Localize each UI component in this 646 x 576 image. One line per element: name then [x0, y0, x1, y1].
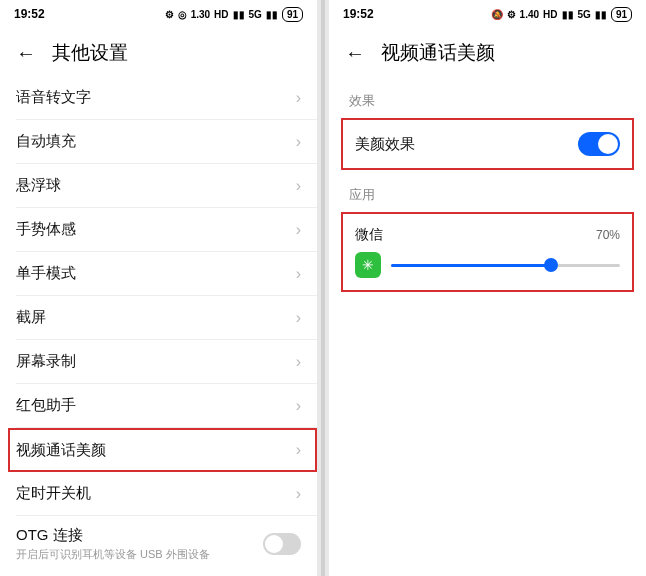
item-video-beauty[interactable]: 视频通话美颜 ›: [8, 428, 317, 472]
item-label: 手势体感: [16, 220, 76, 239]
effect-label: 美颜效果: [355, 135, 415, 154]
item-floating-ball[interactable]: 悬浮球 ›: [16, 164, 317, 208]
item-red-packet[interactable]: 红包助手 ›: [16, 384, 317, 428]
chevron-right-icon: ›: [296, 133, 301, 151]
right-screen: 19:52 🔕 ⚙ 1.40 HD ▮▮ 5G ▮▮ 91 ← 视频通话美颜 效…: [329, 0, 646, 576]
chevron-right-icon: ›: [296, 177, 301, 195]
signal-icon-2: ▮▮: [595, 9, 607, 20]
battery-indicator: 91: [611, 7, 632, 22]
network-type: 5G: [578, 9, 591, 20]
item-label: 自动填充: [16, 132, 76, 151]
beauty-effect-row[interactable]: 美颜效果: [355, 132, 620, 156]
chevron-right-icon: ›: [296, 221, 301, 239]
page-title: 视频通话美颜: [381, 40, 495, 66]
item-autofill[interactable]: 自动填充 ›: [16, 120, 317, 164]
header: ← 其他设置: [0, 28, 317, 76]
item-label: 单手模式: [16, 264, 76, 283]
item-label: 悬浮球: [16, 176, 61, 195]
net-speed: 1.30: [191, 9, 210, 20]
app-row-header: 微信 70%: [355, 226, 620, 244]
status-bar: 19:52 ⚙ ◎ 1.30 HD ▮▮ 5G ▮▮ 91: [0, 0, 317, 28]
otg-subtitle: 开启后可识别耳机等设备 USB 外围设备: [16, 545, 210, 562]
bluetooth-icon: ⚙: [165, 9, 174, 20]
item-label: 定时开关机: [16, 484, 91, 503]
back-button[interactable]: ←: [16, 42, 36, 65]
hd-icon: HD: [214, 9, 228, 20]
status-time: 19:52: [343, 7, 374, 21]
item-label: 屏幕录制: [16, 352, 76, 371]
slider-fill: [391, 264, 551, 267]
beauty-slider[interactable]: [391, 264, 620, 267]
item-scheduled-power[interactable]: 定时开关机 ›: [16, 472, 317, 516]
status-time: 19:52: [14, 7, 45, 21]
effect-card: 美颜效果: [341, 118, 634, 170]
item-label: 视频通话美颜: [16, 441, 106, 460]
chevron-right-icon: ›: [296, 309, 301, 327]
location-icon: ◎: [178, 9, 187, 20]
header: ← 视频通话美颜: [329, 28, 646, 76]
battery-indicator: 91: [282, 7, 303, 22]
network-type: 5G: [249, 9, 262, 20]
section-apps: 应用: [329, 170, 646, 212]
item-one-hand[interactable]: 单手模式 ›: [16, 252, 317, 296]
chevron-right-icon: ›: [296, 353, 301, 371]
item-screen-record[interactable]: 屏幕录制 ›: [16, 340, 317, 384]
item-label: 截屏: [16, 308, 46, 327]
hd-icon: HD: [543, 9, 557, 20]
net-speed: 1.40: [520, 9, 539, 20]
status-indicators: ⚙ ◎ 1.30 HD ▮▮ 5G ▮▮ 91: [165, 7, 303, 22]
chevron-right-icon: ›: [296, 89, 301, 107]
wechat-icon: ✳: [355, 252, 381, 278]
bluetooth-icon: ⚙: [507, 9, 516, 20]
item-gestures[interactable]: 手势体感 ›: [16, 208, 317, 252]
signal-icon: ▮▮: [233, 9, 245, 20]
chevron-right-icon: ›: [296, 485, 301, 503]
slider-thumb[interactable]: [544, 258, 558, 272]
mute-icon: 🔕: [491, 9, 503, 20]
beauty-toggle[interactable]: [578, 132, 620, 156]
item-screenshot[interactable]: 截屏 ›: [16, 296, 317, 340]
item-label: 红包助手: [16, 396, 76, 415]
page-title: 其他设置: [52, 40, 128, 66]
section-effect: 效果: [329, 76, 646, 118]
item-label: 语音转文字: [16, 88, 91, 107]
status-bar: 19:52 🔕 ⚙ 1.40 HD ▮▮ 5G ▮▮ 91: [329, 0, 646, 28]
otg-label: OTG 连接: [16, 526, 210, 545]
left-screen: 19:52 ⚙ ◎ 1.30 HD ▮▮ 5G ▮▮ 91 ← 其他设置 语音转…: [0, 0, 317, 576]
chevron-right-icon: ›: [296, 397, 301, 415]
otg-toggle[interactable]: [263, 533, 301, 555]
app-percent: 70%: [596, 228, 620, 242]
signal-icon-2: ▮▮: [266, 9, 278, 20]
item-voice-to-text[interactable]: 语音转文字 ›: [16, 76, 317, 120]
app-slider-row: ✳: [355, 252, 620, 278]
apps-card: 微信 70% ✳: [341, 212, 634, 292]
settings-list: 语音转文字 › 自动填充 › 悬浮球 › 手势体感 › 单手模式 › 截屏 › …: [0, 76, 317, 576]
signal-icon: ▮▮: [562, 9, 574, 20]
chevron-right-icon: ›: [296, 441, 301, 459]
item-otg[interactable]: OTG 连接 开启后可识别耳机等设备 USB 外围设备: [16, 516, 317, 564]
app-name: 微信: [355, 226, 383, 244]
status-indicators: 🔕 ⚙ 1.40 HD ▮▮ 5G ▮▮ 91: [491, 7, 632, 22]
chevron-right-icon: ›: [296, 265, 301, 283]
back-button[interactable]: ←: [345, 42, 365, 65]
